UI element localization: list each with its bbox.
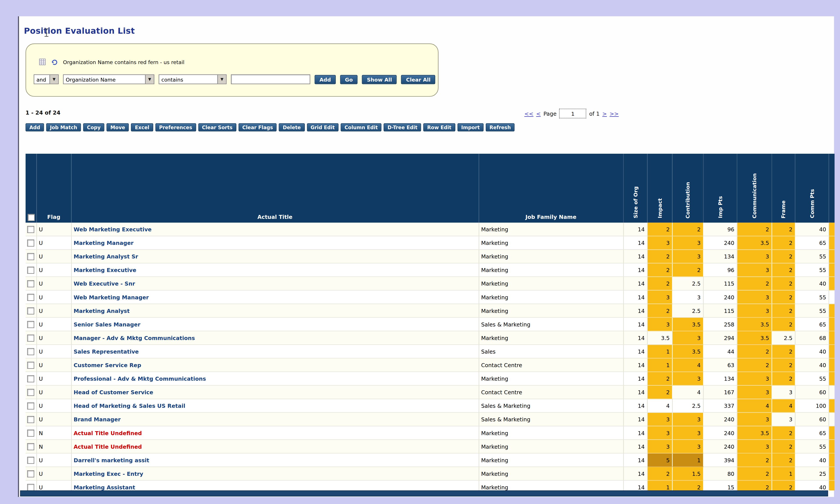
row-checkbox[interactable] — [28, 266, 34, 273]
row-checkbox[interactable] — [28, 456, 34, 464]
toolbar-button-delete[interactable]: Delete — [279, 123, 304, 131]
row-checkbox[interactable] — [28, 321, 34, 328]
row-checkbox[interactable] — [28, 389, 34, 396]
row-checkbox[interactable] — [28, 348, 34, 355]
row-checkbox[interactable] — [28, 294, 34, 301]
size-of-org-cell: 14 — [623, 412, 647, 426]
contribution-cell: 1 — [672, 453, 703, 467]
actual-title-link[interactable]: Marketing Manager — [74, 240, 133, 246]
column-header-impact[interactable]: Impact — [647, 154, 672, 222]
actual-title-link[interactable]: Web Executive - Snr — [74, 281, 135, 286]
operator-select[interactable]: contains ▼ — [159, 74, 227, 84]
actual-title-cell: Actual Title Undefined — [71, 440, 479, 453]
filter-value-input[interactable] — [231, 74, 310, 84]
row-checkbox[interactable] — [28, 239, 34, 246]
row-checkbox[interactable] — [28, 484, 34, 490]
conjunction-select[interactable]: and ▼ — [34, 74, 59, 84]
toolbar-button-clear-sorts[interactable]: Clear Sorts — [198, 123, 236, 131]
actual-title-link[interactable]: Marketing Exec - Entry — [74, 470, 143, 476]
prev-page-link[interactable]: < — [536, 110, 541, 116]
toolbar: AddJob MatchCopyMoveExcelPreferencesClea… — [25, 123, 515, 131]
column-header-frame[interactable]: Frame — [771, 154, 795, 222]
actual-title-link[interactable]: Darrell's marketing assit — [74, 457, 149, 463]
actual-title-link[interactable]: Marketing Executive — [74, 267, 137, 273]
page-number-input[interactable] — [559, 109, 587, 119]
toolbar-button-column-edit[interactable]: Column Edit — [341, 123, 382, 131]
show-all-button[interactable]: Show All — [362, 75, 397, 84]
first-page-link[interactable]: << — [524, 110, 534, 116]
frame-cell: 2 — [771, 372, 795, 385]
column-header-size-of-org[interactable]: Size of Org — [623, 154, 647, 222]
frame-cell: 2 — [771, 304, 795, 318]
add-filter-button[interactable]: Add — [315, 75, 336, 84]
go-button[interactable]: Go — [340, 75, 358, 84]
size-of-org-cell: 14 — [623, 263, 647, 276]
toolbar-button-excel[interactable]: Excel — [131, 123, 153, 131]
toolbar-button-import[interactable]: Import — [458, 123, 483, 131]
toolbar-button-job-match[interactable]: Job Match — [46, 123, 81, 131]
toolbar-button-refresh[interactable]: Refresh — [486, 123, 515, 131]
comm-pts-cell: 55 — [795, 440, 829, 453]
toolbar-button-copy[interactable]: Copy — [83, 123, 104, 131]
column-header-imp-pts[interactable]: Imp Pts — [703, 154, 737, 222]
overflow-cell — [829, 358, 835, 372]
column-header-flag[interactable]: Flag — [36, 154, 71, 222]
row-checkbox[interactable] — [28, 334, 34, 341]
row-checkbox[interactable] — [28, 307, 34, 314]
actual-title-link[interactable]: Web Marketing Manager — [74, 294, 149, 300]
clear-all-button[interactable]: Clear All — [401, 75, 435, 84]
horizontal-scrollbar[interactable] — [20, 490, 828, 496]
imp-pts-cell: 167 — [703, 385, 737, 399]
row-checkbox[interactable] — [28, 375, 34, 382]
row-checkbox[interactable] — [28, 280, 34, 287]
last-page-link[interactable]: >> — [610, 110, 619, 116]
row-select-cell — [25, 250, 37, 263]
actual-title-link[interactable]: Professional - Adv & Mktg Communications — [74, 376, 206, 381]
toolbar-button-add[interactable]: Add — [25, 123, 44, 131]
row-checkbox[interactable] — [28, 402, 34, 409]
actual-title-link[interactable]: Sales Representative — [74, 348, 139, 354]
column-header-contribution[interactable]: Contribution — [672, 154, 703, 222]
filter-grid-icon[interactable] — [39, 57, 46, 67]
actual-title-link[interactable]: Senior Sales Manager — [74, 321, 140, 327]
toolbar-button-clear-flags[interactable]: Clear Flags — [238, 123, 277, 131]
row-checkbox[interactable] — [28, 361, 34, 368]
toolbar-button-preferences[interactable]: Preferences — [155, 123, 196, 131]
overflow-cell — [829, 467, 835, 480]
actual-title-link[interactable]: Customer Service Rep — [74, 362, 141, 368]
row-checkbox[interactable] — [28, 429, 34, 436]
communication-cell: 3 — [737, 263, 771, 276]
filter-run-icon[interactable] — [51, 57, 57, 67]
actual-title-link[interactable]: Manager - Adv & Mktg Communications — [74, 335, 195, 341]
actual-title-link[interactable]: Web Marketing Executive — [74, 226, 151, 232]
select-all-checkbox[interactable] — [28, 214, 35, 221]
toolbar-button-move[interactable]: Move — [107, 123, 129, 131]
actual-title-cell: Professional - Adv & Mktg Communications — [71, 372, 479, 385]
actual-title-link[interactable]: Actual Title Undefined — [74, 444, 142, 449]
actual-title-link[interactable]: Marketing Analyst Sr — [74, 253, 138, 259]
toolbar-button-grid-edit[interactable]: Grid Edit — [307, 123, 338, 131]
column-header-comm-pts[interactable]: Comm Pts — [795, 154, 829, 222]
row-checkbox[interactable] — [28, 226, 34, 233]
next-page-link[interactable]: > — [602, 110, 607, 116]
actual-title-link[interactable]: Head of Customer Service — [74, 389, 153, 395]
column-header-job-family-name[interactable]: Job Family Name — [479, 154, 623, 222]
row-checkbox[interactable] — [28, 443, 34, 450]
size-of-org-cell: 14 — [623, 331, 647, 345]
toolbar-button-d-tree-edit[interactable]: D-Tree Edit — [384, 123, 421, 131]
row-select-cell — [25, 399, 37, 412]
row-checkbox[interactable] — [28, 470, 34, 477]
column-header-actual-title[interactable]: Actual Title — [71, 154, 479, 222]
field-select[interactable]: Organization Name ▼ — [63, 74, 154, 84]
row-checkbox[interactable] — [28, 253, 34, 260]
toolbar-button-row-edit[interactable]: Row Edit — [423, 123, 455, 131]
actual-title-link[interactable]: Actual Title Undefined — [74, 430, 142, 436]
table-row: UCustomer Service RepContact Centre14146… — [25, 358, 835, 372]
table-row: UMarketing AnalystMarketing1422.51153255 — [25, 304, 835, 318]
row-checkbox[interactable] — [28, 416, 34, 422]
column-header-communication[interactable]: Communication — [737, 154, 771, 222]
actual-title-link[interactable]: Marketing Analyst — [74, 308, 130, 313]
actual-title-link[interactable]: Marketing Assistant — [74, 484, 135, 490]
actual-title-link[interactable]: Brand Manager — [74, 416, 121, 422]
actual-title-link[interactable]: Head of Marketing & Sales US Retail — [74, 403, 185, 409]
